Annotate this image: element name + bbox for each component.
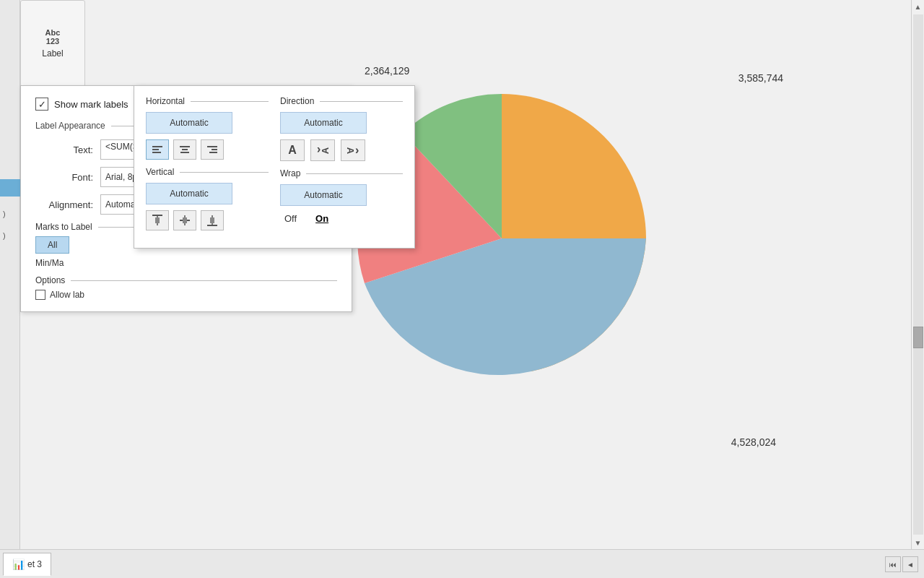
valign-top-button[interactable] (146, 210, 169, 230)
left-toolbar (0, 0, 20, 549)
direction-col: Direction Automatic A ‹ A A › Wrap (269, 96, 403, 238)
direction-auto-button[interactable]: Automatic (280, 112, 367, 134)
tab-sheet3[interactable]: 📊 et 3 (3, 553, 51, 576)
vertical-auto-button[interactable]: Automatic (146, 183, 232, 204)
horizontal-auto-button[interactable]: Automatic (146, 112, 232, 134)
valign-middle-button[interactable] (173, 210, 196, 230)
wrap-toggle-row: Off On (280, 212, 403, 225)
alignment-field-label: Alignment: (35, 199, 93, 210)
direction-normal-button[interactable]: A (280, 139, 305, 161)
popup-top-row: Horizontal Automatic (146, 96, 403, 238)
allow-label-row: Allow lab (35, 290, 337, 300)
axis-label-2: ) (3, 231, 6, 240)
nav-prev-prev[interactable]: ⏮ (885, 556, 901, 572)
font-field-label: Font: (35, 172, 93, 183)
wrap-on-option[interactable]: On (311, 212, 333, 225)
wrap-auto-button[interactable]: Automatic (280, 184, 367, 206)
show-mark-labels-label: Show mark labels (54, 99, 128, 110)
direction-section-label: Direction (280, 96, 403, 106)
alignment-popup: Horizontal Automatic (134, 85, 415, 249)
tab-label: et 3 (27, 559, 42, 569)
svg-rect-14 (183, 217, 187, 223)
text-field-label: Text: (35, 144, 93, 155)
vertical-section-label: Vertical (146, 167, 269, 177)
nav-prev[interactable]: ◄ (902, 556, 918, 572)
options-section-header: Options (35, 275, 337, 285)
selected-indicator (0, 179, 20, 197)
wrap-off-option[interactable]: Off (280, 212, 301, 225)
label-card[interactable]: Abc123 Label (20, 0, 85, 87)
scroll-thumb[interactable] (913, 327, 923, 348)
svg-rect-17 (210, 217, 214, 223)
show-mark-labels-checkbox[interactable] (35, 98, 48, 111)
chart-label-bottom: 4,528,024 (731, 436, 776, 448)
scroll-track (913, 14, 923, 535)
tab-bar: 📊 et 3 ⏮ ◄ (0, 549, 924, 578)
vertical-header-text: Vertical (146, 167, 174, 177)
minmax-label: Min/Ma (35, 258, 64, 268)
allow-label-checkbox[interactable] (35, 290, 45, 300)
axis-label-1: ) (3, 210, 6, 218)
label-card-icon: Abc123 (45, 28, 61, 46)
nav-arrows: ⏮ ◄ (885, 556, 918, 572)
direction-header-text: Direction (280, 96, 314, 106)
chart-label-top: 2,364,129 (365, 65, 409, 77)
align-center-button[interactable] (173, 139, 196, 160)
allow-label-text: Allow lab (50, 290, 84, 300)
label-card-text: Label (42, 48, 63, 59)
vertical-align-icons (146, 210, 269, 230)
horizontal-header-text: Horizontal (146, 96, 185, 106)
direction-left-button[interactable]: ‹ A (310, 139, 335, 161)
horizontal-align-icons (146, 139, 269, 160)
svg-rect-11 (155, 217, 160, 223)
label-appearance-header: Label Appearance (35, 121, 105, 131)
scroll-down-arrow[interactable]: ▼ (912, 536, 924, 549)
minmax-row: Min/Ma (35, 258, 337, 268)
valign-bottom-button[interactable] (201, 210, 224, 230)
wrap-section-label: Wrap (280, 168, 403, 178)
chart-label-right: 3,585,744 (738, 72, 783, 84)
direction-right-button[interactable]: A › (341, 139, 365, 161)
options-header-text: Options (35, 275, 65, 285)
marks-to-label-header-text: Marks to Label (35, 222, 92, 232)
scroll-up-arrow[interactable]: ▲ (912, 0, 924, 13)
options-section: Options Allow lab (35, 275, 337, 300)
align-left-button[interactable] (146, 139, 169, 160)
horizontal-section-label: Horizontal (146, 96, 269, 106)
align-right-button[interactable] (201, 139, 224, 160)
all-button[interactable]: All (35, 236, 69, 254)
right-scrollbar[interactable]: ▲ ▼ (911, 0, 924, 549)
direction-icons-row: A ‹ A A › (280, 139, 403, 161)
wrap-header-text: Wrap (280, 168, 300, 178)
horizontal-col: Horizontal Automatic (146, 96, 269, 238)
tab-icon: 📊 (12, 558, 25, 570)
